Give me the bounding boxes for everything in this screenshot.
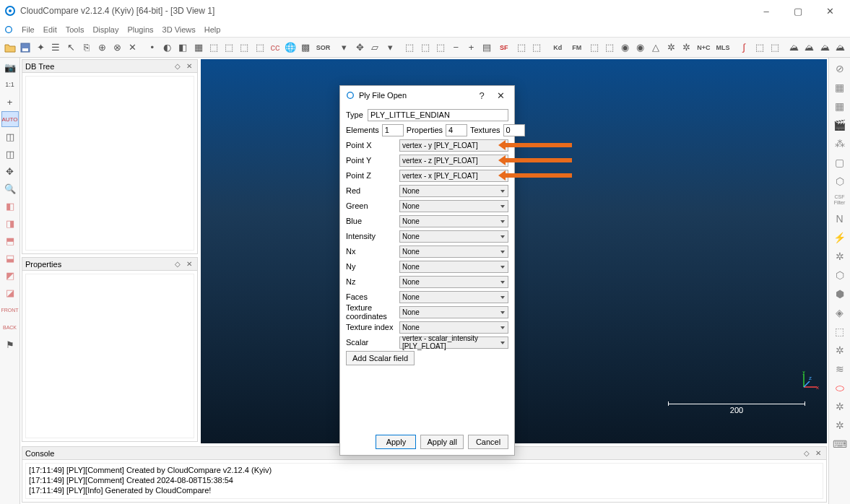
menu-plugins[interactable]: Plugins xyxy=(123,25,157,34)
mesh-icon[interactable]: △ xyxy=(649,40,662,56)
side-c-icon[interactable]: ⬒ xyxy=(1,233,19,248)
path-icon[interactable]: ∫ xyxy=(737,40,751,56)
open-icon[interactable] xyxy=(3,40,17,56)
sor-button[interactable]: SOR xyxy=(314,40,332,56)
move-icon[interactable]: ✥ xyxy=(352,40,366,56)
seg-icon[interactable]: ⬚ xyxy=(768,40,781,56)
side-f-icon[interactable]: ◪ xyxy=(1,284,19,300)
sq-a-icon[interactable]: ▦ xyxy=(831,79,849,95)
camera-icon[interactable]: 📷 xyxy=(1,59,19,75)
nc-button[interactable]: N+C xyxy=(695,40,713,56)
tool-b-icon[interactable]: ⬚ xyxy=(222,40,235,56)
zoom-icon[interactable]: 🔍 xyxy=(1,181,19,196)
normals-icon[interactable]: ◧ xyxy=(176,40,190,56)
field-select[interactable]: None xyxy=(399,276,508,288)
sf-button[interactable]: SF xyxy=(495,40,513,56)
shield-b-icon[interactable]: ⬡ xyxy=(831,267,849,283)
hex-icon[interactable]: ⬢ xyxy=(831,286,849,302)
side-e-icon[interactable]: ◩ xyxy=(1,267,19,283)
menu-display[interactable]: Display xyxy=(88,25,123,34)
side-b-icon[interactable]: ◨ xyxy=(1,215,19,231)
nosign-icon[interactable]: ⊘ xyxy=(831,61,849,77)
elements-input[interactable] xyxy=(382,124,404,136)
menu-tools[interactable]: Tools xyxy=(61,25,89,34)
arrow-icon[interactable]: ▾ xyxy=(383,40,397,56)
terrain-a-icon[interactable]: ⛰ xyxy=(787,40,801,56)
subsample-icon[interactable]: ⊗ xyxy=(110,40,124,56)
crosshair-icon[interactable]: + xyxy=(1,94,19,110)
merge-icon[interactable]: ⊕ xyxy=(95,40,109,56)
panel-float-icon[interactable]: ◇ xyxy=(173,61,183,71)
field-select[interactable]: None xyxy=(399,200,508,212)
film-icon[interactable]: 🎬 xyxy=(831,117,849,133)
save-icon[interactable] xyxy=(18,40,32,56)
minimize-button[interactable]: – xyxy=(750,1,782,21)
hist-icon[interactable]: ⬚ xyxy=(418,40,432,56)
dialog-close-button[interactable]: ✕ xyxy=(491,86,510,105)
delete-icon[interactable]: ✕ xyxy=(126,40,139,56)
panel-close-icon[interactable]: ✕ xyxy=(184,61,194,71)
gear-b-icon[interactable]: ✲ xyxy=(680,40,693,56)
console-body[interactable]: [17:11:49] [PLY][Comment] Created by Clo… xyxy=(25,463,823,499)
sphere-b-icon[interactable]: ◉ xyxy=(633,40,647,56)
cc-icon[interactable]: cc xyxy=(268,40,282,56)
globe-icon[interactable]: 🌐 xyxy=(284,40,298,56)
terrain-b-icon[interactable]: ⛰ xyxy=(802,40,816,56)
panel-close-icon[interactable]: ✕ xyxy=(184,259,194,269)
arrow-down-icon[interactable]: ▾ xyxy=(337,40,351,56)
chart-icon[interactable]: ⬚ xyxy=(403,40,417,56)
stat-icon[interactable]: ⬚ xyxy=(433,40,447,56)
field-select[interactable]: None xyxy=(399,261,508,273)
gear-a-icon[interactable]: ✲ xyxy=(664,40,678,56)
plane-icon[interactable]: ▱ xyxy=(368,40,382,56)
clone-icon[interactable]: ⎘ xyxy=(79,40,93,56)
point-icon[interactable]: • xyxy=(145,40,159,56)
pick-icon[interactable]: ↖ xyxy=(64,40,78,56)
terrain-c-icon[interactable]: ⛰ xyxy=(818,40,832,56)
apply-button[interactable]: Apply xyxy=(376,435,416,449)
field-select[interactable]: None xyxy=(399,215,508,227)
field-select[interactable]: vertex - z [PLY_FLOAT] xyxy=(399,155,508,167)
back-icon[interactable]: BACK xyxy=(1,319,19,335)
front-icon[interactable]: FRONT xyxy=(1,302,19,318)
one-to-one-icon[interactable]: 1:1 xyxy=(1,77,19,92)
translate-icon[interactable]: ✥ xyxy=(1,163,19,179)
cube-b-icon[interactable]: ◫ xyxy=(1,146,19,162)
reg-icon[interactable]: ⬚ xyxy=(587,40,601,56)
plus-icon[interactable]: + xyxy=(464,40,478,56)
sq-b-icon[interactable]: ▦ xyxy=(831,98,849,114)
ellipse-icon[interactable]: ⬭ xyxy=(831,380,849,396)
class-a-icon[interactable]: ⬚ xyxy=(514,40,528,56)
shield-icon[interactable]: ⬡ xyxy=(831,173,849,189)
field-select[interactable]: None xyxy=(399,321,508,334)
sq-c-icon[interactable]: ▢ xyxy=(831,155,849,170)
type-input[interactable] xyxy=(368,109,508,121)
side-a-icon[interactable]: ◧ xyxy=(1,198,19,214)
tool-a-icon[interactable]: ⬚ xyxy=(207,40,220,56)
csf-button[interactable]: CSF Filter xyxy=(831,192,849,208)
dbtree-body[interactable] xyxy=(25,76,194,251)
textures-input[interactable] xyxy=(503,124,525,136)
panel-float-icon[interactable]: ◇ xyxy=(802,448,812,459)
properties-body[interactable] xyxy=(25,274,194,438)
list-icon[interactable]: ☰ xyxy=(49,40,63,56)
field-select[interactable]: vertex - y [PLY_FLOAT] xyxy=(399,139,508,152)
curve-icon[interactable]: ⬚ xyxy=(753,40,766,56)
panel-float-icon[interactable]: ◇ xyxy=(173,259,183,269)
side-d-icon[interactable]: ⬓ xyxy=(1,250,19,266)
grid-icon[interactable]: ▩ xyxy=(299,40,313,56)
field-select[interactable]: None xyxy=(399,306,508,318)
field-select[interactable]: vertex - x [PLY_FLOAT] xyxy=(399,170,508,182)
maximize-button[interactable]: ▢ xyxy=(782,1,814,21)
bug-b-icon[interactable]: ✲ xyxy=(831,417,849,433)
color-icon[interactable]: ◐ xyxy=(160,40,174,56)
fm-button[interactable]: FM xyxy=(568,40,586,56)
field-select[interactable]: None xyxy=(399,246,508,258)
wand-icon[interactable]: ⁂ xyxy=(831,136,849,152)
bolt-icon[interactable]: ⚡ xyxy=(831,230,849,246)
field-select[interactable]: None xyxy=(399,291,508,303)
tool-r1-icon[interactable]: ⬚ xyxy=(831,323,849,339)
calc-icon[interactable]: ▤ xyxy=(480,40,493,56)
add-scalar-button[interactable]: Add Scalar field xyxy=(346,351,415,365)
layers-icon[interactable]: ≋ xyxy=(831,361,849,377)
